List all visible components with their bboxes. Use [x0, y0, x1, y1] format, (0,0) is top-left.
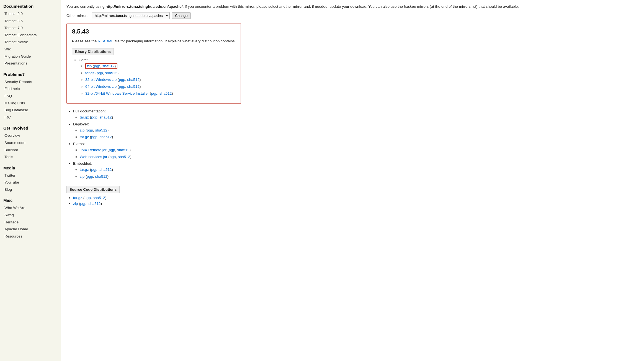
sidebar-item-tomcat-connectors[interactable]: Tomcat Connectors: [3, 32, 57, 39]
core-zip-item: zip (pgp, sha512): [85, 63, 236, 69]
version-box: 8.5.43 Please see the README file for pa…: [66, 24, 241, 104]
readme-line: Please see the README file for packaging…: [72, 39, 236, 43]
deployer-sub-list: zip (pgp, sha512) tar.gz (pgp, sha512): [73, 127, 638, 140]
source-zip-item: zip (pgp, sha512): [73, 202, 638, 206]
sidebar-item-twitter[interactable]: Twitter: [3, 172, 57, 179]
full-doc-sub-list: tar.gz (pgp, sha512): [73, 114, 638, 120]
mirror-label: Other mirrors:: [66, 14, 89, 18]
embedded-item: Embedded: tar.gz (pgp, sha512) zip (pgp,…: [73, 161, 638, 179]
sidebar-item-security-reports[interactable]: Security Reports: [3, 78, 57, 86]
sidebar-item-resources[interactable]: Resources: [3, 233, 57, 240]
deployer-item: Deployer: zip (pgp, sha512) tar.gz (pgp,…: [73, 122, 638, 140]
core-win32-item: 32-bit Windows zip (pgp, sha512): [85, 77, 236, 83]
sidebar-item-wiki[interactable]: Wiki: [3, 46, 57, 53]
full-doc-targz-link[interactable]: tar.gz: [80, 115, 89, 119]
sidebar-item-heritage[interactable]: Heritage: [3, 219, 57, 226]
core-targz-item: tar.gz (pgp, sha512): [85, 70, 236, 76]
mirror-select[interactable]: http://mirrors.tuna.tsinghua.edu.cn/apac…: [92, 12, 170, 19]
source-targz-link[interactable]: tar.gz: [73, 196, 82, 200]
zip-highlight: zip (pgp, sha512): [85, 63, 117, 69]
webservices-link[interactable]: Web services jar: [80, 155, 107, 159]
sidebar-item-migration-guide[interactable]: Migration Guide: [3, 53, 57, 60]
sidebar-item-tomcat-native[interactable]: Tomcat Native: [3, 38, 57, 46]
deployer-targz-item: tar.gz (pgp, sha512): [80, 134, 638, 140]
embedded-sub-list: tar.gz (pgp, sha512) zip (pgp, sha512): [73, 167, 638, 179]
sidebar-item-faq[interactable]: FAQ: [3, 92, 57, 100]
core-targz-link[interactable]: tar.gz: [85, 71, 94, 75]
sidebar-item-tools[interactable]: Tools: [3, 153, 57, 161]
sidebar-item-buildbot[interactable]: Buildbot: [3, 146, 57, 154]
core-item: Core: zip (pgp, sha512) tar.gz (pgp, sha…: [79, 58, 236, 96]
sidebar-item-who-we-are[interactable]: Who We Are: [3, 204, 57, 212]
sidebar-section-title-get-involved: Get Involved: [3, 126, 57, 130]
webservices-item: Web services jar (pgp, sha512): [80, 154, 638, 160]
sidebar-item-presentations[interactable]: Presentations: [3, 60, 57, 67]
sidebar-item-mailing-lists[interactable]: Mailing Lists: [3, 100, 57, 107]
core-installer-link[interactable]: 32-bit/64-bit Windows Service Installer: [85, 91, 149, 96]
sidebar-item-tomcat-9[interactable]: Tomcat 9.0: [3, 10, 57, 17]
sidebar-section-title-media: Media: [3, 166, 57, 170]
sidebar-item-swag[interactable]: Swag: [3, 212, 57, 219]
readme-link[interactable]: README: [98, 39, 114, 43]
main-content: You are currently using http://mirrors.t…: [61, 0, 644, 361]
source-dist-heading: Source Code Distributions: [66, 186, 120, 193]
deployer-zip-link[interactable]: zip: [80, 128, 84, 132]
core-zip-sha512[interactable]: sha512: [102, 64, 115, 68]
binary-dist-list: Core: zip (pgp, sha512) tar.gz (pgp, sha…: [72, 58, 236, 96]
core-installer-item: 32-bit/64-bit Windows Service Installer …: [85, 91, 236, 97]
jmx-item: JMX Remote jar (pgp, sha512): [80, 147, 638, 153]
sidebar-item-overview[interactable]: Overview: [3, 132, 57, 139]
deployer-zip-item: zip (pgp, sha512): [80, 127, 638, 133]
binary-dist-heading: Binary Distributions: [72, 48, 114, 55]
full-content: Full documentation: tar.gz (pgp, sha512)…: [66, 109, 638, 206]
jmx-link[interactable]: JMX Remote jar: [80, 148, 107, 152]
core-sub-list: zip (pgp, sha512) tar.gz (pgp, sha512) 3…: [79, 63, 236, 96]
source-dist-list: tar.gz (pgp, sha512) zip (pgp, sha512): [66, 196, 638, 206]
sidebar-item-source-code[interactable]: Source code: [3, 139, 57, 146]
core-zip-pgp[interactable]: pgp: [94, 64, 101, 68]
mirror-row: Other mirrors: http://mirrors.tuna.tsing…: [66, 12, 638, 19]
sidebar-item-tomcat-7[interactable]: Tomcat 7.0: [3, 24, 57, 32]
full-doc-targz-item: tar.gz (pgp, sha512): [80, 114, 638, 120]
full-doc-item: Full documentation: tar.gz (pgp, sha512): [73, 109, 638, 120]
sidebar-item-find-help[interactable]: Find help: [3, 85, 57, 92]
version-number: 8.5.43: [72, 28, 236, 35]
sidebar-section-title-documentation: Documentation: [3, 4, 57, 9]
embedded-zip-link[interactable]: zip: [80, 174, 84, 179]
deployer-targz-link[interactable]: tar.gz: [80, 135, 89, 139]
sidebar-item-youtube[interactable]: YouTube: [3, 179, 57, 186]
core-win64-item: 64-bit Windows zip (pgp, sha512): [85, 84, 236, 90]
embedded-zip-item: zip (pgp, sha512): [80, 174, 638, 180]
sidebar-item-tomcat-8-5[interactable]: Tomcat 8.5: [3, 17, 57, 25]
sidebar-item-blog[interactable]: Blog: [3, 186, 57, 193]
source-targz-item: tar.gz (pgp, sha512): [73, 196, 638, 200]
mirror-change-button[interactable]: Change: [172, 12, 191, 19]
core-win32-link[interactable]: 32-bit Windows zip: [85, 78, 117, 82]
core-win64-link[interactable]: 64-bit Windows zip: [85, 84, 117, 89]
sidebar-item-irc[interactable]: IRC: [3, 114, 57, 121]
embedded-targz-item: tar.gz (pgp, sha512): [80, 167, 638, 173]
embedded-targz-link[interactable]: tar.gz: [80, 167, 89, 172]
extras-sub-list: JMX Remote jar (pgp, sha512) Web service…: [73, 147, 638, 160]
extras-item: Extras: JMX Remote jar (pgp, sha512) Web…: [73, 142, 638, 160]
sidebar-section-title-misc: Misc: [3, 198, 57, 203]
extra-dist-list: Full documentation: tar.gz (pgp, sha512)…: [66, 109, 638, 179]
sidebar-item-bug-database[interactable]: Bug Database: [3, 107, 57, 114]
source-zip-link[interactable]: zip: [73, 202, 78, 206]
sidebar-section-title-problems-: Problems?: [3, 72, 57, 77]
sidebar-item-apache-home[interactable]: Apache Home: [3, 226, 57, 233]
mirror-notice: You are currently using http://mirrors.t…: [66, 4, 638, 9]
core-zip-link[interactable]: zip: [87, 64, 92, 68]
sidebar: DocumentationTomcat 9.0Tomcat 8.5Tomcat …: [0, 0, 61, 361]
